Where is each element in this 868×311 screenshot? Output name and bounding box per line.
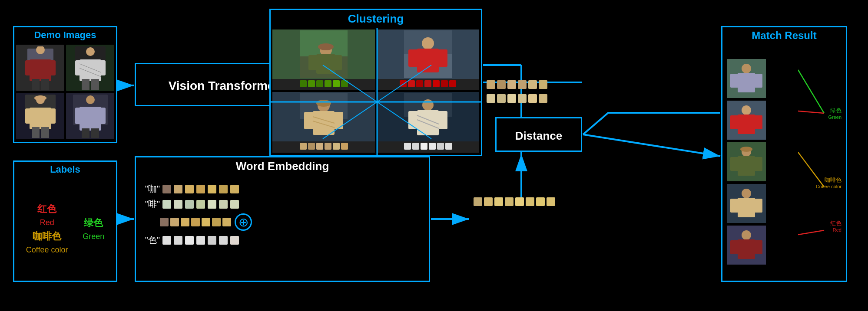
clustering-output-swatches xyxy=(487,80,547,103)
clustering-box: Clustering xyxy=(269,9,482,156)
svg-rect-58 xyxy=(417,49,439,72)
labels-title: Labels xyxy=(14,162,116,177)
svg-line-110 xyxy=(798,70,824,113)
labels-box: Labels 红色 Red 咖啡色 Coffee color 绿色 Green xyxy=(13,160,117,282)
svg-rect-102 xyxy=(738,198,755,217)
clustering-grid xyxy=(271,28,481,154)
svg-rect-20 xyxy=(25,60,34,75)
distance-title: Distance xyxy=(497,118,581,153)
svg-rect-38 xyxy=(47,108,56,124)
green-color-dots xyxy=(300,79,348,88)
svg-rect-21 xyxy=(47,60,56,75)
svg-rect-45 xyxy=(97,108,106,124)
svg-point-35 xyxy=(34,95,46,101)
match-lines-svg xyxy=(798,48,841,282)
label-col-left: 红色 Red 咖啡色 Coffee color xyxy=(26,203,68,255)
svg-rect-107 xyxy=(738,239,755,259)
match-lines-container: 绿色 Green 咖啡色 Coffee color 红色 Red xyxy=(798,48,841,275)
svg-point-96 xyxy=(740,147,752,152)
match-label-red: 红色 Red xyxy=(830,219,841,232)
embedding-output-swatches xyxy=(474,197,555,206)
match-images-column xyxy=(727,59,794,265)
svg-rect-97 xyxy=(738,156,755,176)
match-label-green: 绿色 Green xyxy=(828,107,841,120)
svg-rect-60 xyxy=(437,49,447,67)
we-row-3: "色" xyxy=(142,234,422,246)
svg-point-72 xyxy=(422,99,434,111)
svg-point-101 xyxy=(742,189,751,198)
svg-rect-54 xyxy=(332,55,342,70)
svg-line-9 xyxy=(583,134,720,156)
svg-point-64 xyxy=(316,100,331,107)
cluster-cell-2 xyxy=(377,29,479,90)
demo-images-box: Demo Images xyxy=(13,26,117,143)
combined-swatches-1 xyxy=(160,218,231,226)
cluster-img-4 xyxy=(377,92,479,141)
cluster-cell-1 xyxy=(272,29,375,90)
label-green-zh: 绿色 xyxy=(84,216,103,229)
word-embedding-content: "咖" "啡" xyxy=(136,175,429,254)
tan-color-dots xyxy=(300,141,348,151)
svg-rect-65 xyxy=(313,111,335,135)
plus-section: ⊕ xyxy=(160,213,422,231)
svg-rect-109 xyxy=(754,240,762,254)
match-result-box: Match Result xyxy=(721,26,847,282)
plus-circle-symbol: ⊕ xyxy=(235,213,252,231)
label-coffee-zh: 咖啡色 xyxy=(33,230,61,243)
demo-image-2 xyxy=(66,45,114,91)
svg-rect-99 xyxy=(754,157,762,171)
svg-rect-86 xyxy=(738,73,755,92)
label-red-en: Red xyxy=(40,218,54,227)
match-label-coffee: 咖啡色 Coffee color xyxy=(816,176,841,189)
svg-rect-22 xyxy=(32,79,40,90)
svg-rect-29 xyxy=(82,79,89,90)
demo-images-title: Demo Images xyxy=(14,27,116,43)
red-color-dots xyxy=(400,79,456,88)
cluster-cell-4 xyxy=(377,92,479,153)
svg-point-42 xyxy=(86,95,95,104)
svg-rect-30 xyxy=(91,79,99,90)
svg-rect-37 xyxy=(25,108,34,124)
svg-rect-46 xyxy=(82,128,89,138)
svg-rect-103 xyxy=(730,199,739,213)
svg-rect-66 xyxy=(304,112,315,129)
cluster-img-3 xyxy=(272,92,375,141)
svg-point-85 xyxy=(742,64,751,73)
svg-rect-27 xyxy=(75,60,84,75)
we-char-1: "咖" xyxy=(142,183,160,195)
label-coffee-en: Coffee color xyxy=(26,246,68,255)
svg-rect-93 xyxy=(754,115,762,129)
svg-point-106 xyxy=(742,230,751,240)
word-embedding-title: Word Embedding xyxy=(136,157,429,175)
we-char-2: "啡" xyxy=(142,198,160,210)
label-green-en: Green xyxy=(83,232,104,241)
cluster-img-2 xyxy=(377,29,479,79)
svg-rect-44 xyxy=(75,108,84,124)
we-row-2: "啡" xyxy=(142,198,422,210)
label-col-right: 绿色 Green xyxy=(83,216,104,241)
svg-rect-91 xyxy=(738,115,755,134)
white-color-dots xyxy=(404,141,452,151)
svg-rect-23 xyxy=(41,79,49,90)
svg-rect-40 xyxy=(41,127,49,138)
cluster-img-1 xyxy=(272,29,375,79)
svg-rect-75 xyxy=(437,111,447,129)
distance-box: Distance xyxy=(495,117,582,152)
svg-point-90 xyxy=(742,105,751,115)
demo-image-1 xyxy=(16,45,64,91)
svg-line-113 xyxy=(798,230,824,235)
main-container: Demo Images xyxy=(0,0,868,311)
svg-rect-104 xyxy=(754,199,762,213)
word-embedding-box: Word Embedding "咖" "啡" xyxy=(135,156,430,282)
svg-rect-28 xyxy=(97,60,106,75)
match-img-4 xyxy=(727,184,766,223)
match-img-5 xyxy=(727,226,766,265)
demo-images-grid xyxy=(14,43,116,141)
swatch-row-bottom xyxy=(487,94,547,103)
svg-rect-47 xyxy=(91,128,99,138)
svg-rect-98 xyxy=(730,157,739,171)
label-red-zh: 红色 xyxy=(37,203,56,216)
match-result-title: Match Result xyxy=(722,27,846,44)
labels-content: 红色 Red 咖啡色 Coffee color 绿色 Green xyxy=(14,177,116,280)
svg-rect-87 xyxy=(730,74,739,88)
